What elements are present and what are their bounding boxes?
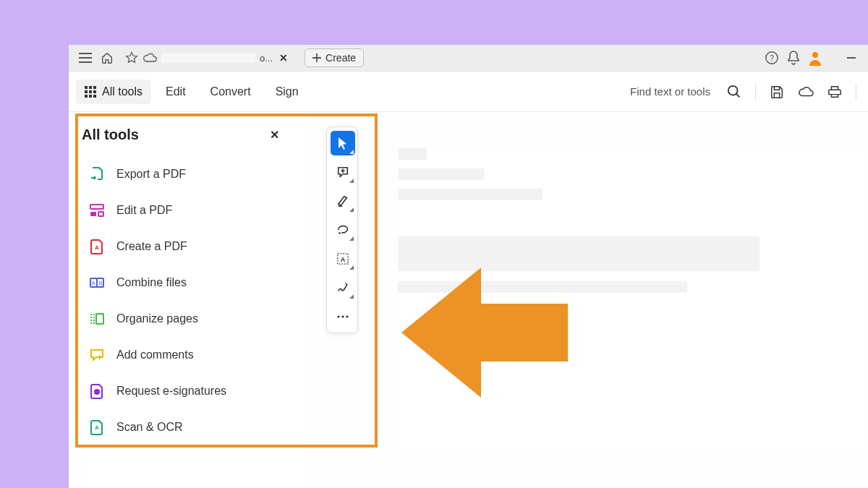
print-icon[interactable]: [822, 80, 847, 104]
svg-text:A: A: [95, 244, 99, 251]
divider: [856, 83, 856, 100]
all-tools-panel-title: All tools: [82, 127, 139, 143]
menu-convert[interactable]: Convert: [200, 80, 261, 104]
tool-label: Request e-signatures: [116, 385, 226, 398]
svg-point-13: [94, 389, 100, 395]
tool-label: Add comments: [116, 348, 194, 361]
all-tools-button[interactable]: All tools: [76, 80, 151, 104]
esign-icon: [89, 383, 105, 399]
svg-point-20: [346, 315, 348, 317]
create-button[interactable]: Create: [305, 48, 364, 67]
svg-text:A: A: [341, 256, 346, 263]
hamburger-menu-icon[interactable]: [75, 47, 96, 69]
tool-label: Scan & OCR: [116, 421, 183, 434]
titlebar: o... ✕ Create ?: [69, 45, 868, 72]
tool-list: Export a PDF Edit a PDF A Create a PDF A…: [82, 158, 298, 479]
svg-point-19: [341, 315, 344, 317]
svg-rect-4: [90, 205, 103, 209]
cursor-icon: [337, 137, 349, 150]
save-icon[interactable]: [765, 80, 789, 104]
search-placeholder-text[interactable]: Find text or tools: [630, 85, 710, 98]
tool-organize-pages[interactable]: Organize pages: [82, 302, 294, 335]
home-icon[interactable]: [96, 47, 118, 69]
highlight-tool[interactable]: [331, 189, 355, 213]
svg-text:B: B: [99, 281, 103, 286]
export-pdf-icon: [89, 166, 105, 182]
svg-rect-6: [98, 212, 103, 216]
close-panel-icon[interactable]: ✕: [264, 125, 285, 145]
add-note-tool[interactable]: [331, 160, 355, 184]
annotation-arrow-icon: [401, 260, 575, 405]
star-icon[interactable]: [125, 51, 138, 64]
text-box-icon: A: [336, 252, 349, 265]
svg-point-18: [337, 315, 339, 317]
quick-tool-strip: A: [326, 127, 358, 333]
tab-title-truncated: o...: [260, 53, 273, 64]
tool-add-comments[interactable]: Add comments: [82, 338, 294, 372]
lasso-icon: [336, 224, 349, 236]
all-tools-panel: All tools ✕ Export a PDF Edit a PDF A Cr…: [69, 112, 304, 488]
tool-combine-files[interactable]: AB Combine files: [82, 266, 294, 299]
more-icon: [336, 314, 349, 319]
svg-rect-5: [90, 212, 96, 216]
tool-scan-ocr[interactable]: A Scan & OCR: [82, 411, 294, 444]
tool-label: Export a PDF: [116, 168, 186, 181]
divider: [755, 83, 756, 100]
doc-placeholder-line: [398, 189, 542, 200]
plus-icon: [312, 53, 321, 62]
svg-point-3: [728, 85, 738, 95]
cursor-tool[interactable]: [331, 131, 355, 155]
tool-export-pdf[interactable]: Export a PDF: [82, 158, 294, 191]
tool-create-pdf[interactable]: A Create a PDF: [82, 230, 294, 263]
svg-text:A: A: [92, 281, 95, 286]
menu-edit[interactable]: Edit: [156, 80, 196, 104]
bell-icon[interactable]: [783, 47, 804, 69]
more-tools[interactable]: [331, 304, 355, 329]
combine-icon: AB: [89, 275, 105, 291]
comment-icon: [89, 347, 105, 363]
organize-icon: [89, 311, 105, 327]
menubar: All tools Edit Convert Sign Find text or…: [69, 72, 868, 112]
svg-text:A: A: [95, 424, 99, 431]
tool-request-esignatures[interactable]: Request e-signatures: [82, 374, 294, 408]
minimize-icon[interactable]: [841, 47, 862, 69]
all-tools-label: All tools: [102, 85, 142, 98]
tool-edit-pdf[interactable]: Edit a PDF: [82, 194, 294, 227]
draw-sign-tool[interactable]: [331, 275, 355, 300]
scan-ocr-icon: A: [89, 419, 105, 435]
highlight-icon: [336, 194, 349, 207]
tool-label: Organize pages: [116, 312, 198, 325]
profile-avatar[interactable]: [804, 47, 826, 69]
tool-label: Create a PDF: [116, 240, 187, 253]
menu-sign[interactable]: Sign: [265, 80, 309, 104]
svg-point-2: [812, 52, 818, 58]
create-button-label: Create: [326, 52, 356, 64]
tool-label: Combine files: [116, 276, 187, 289]
lasso-tool[interactable]: [331, 218, 355, 242]
search-icon[interactable]: [722, 80, 746, 104]
edit-pdf-icon: [89, 202, 105, 218]
grid-icon: [85, 86, 96, 98]
tab-title-placeholder: [161, 53, 255, 63]
doc-placeholder-line: [398, 148, 427, 160]
svg-rect-12: [96, 314, 103, 324]
svg-text:?: ?: [770, 53, 774, 62]
create-pdf-icon: A: [89, 239, 105, 254]
document-tab[interactable]: o... ✕: [121, 47, 294, 69]
cloud-sync-icon[interactable]: [793, 80, 818, 104]
tool-label: Edit a PDF: [116, 204, 172, 217]
doc-placeholder-line: [398, 168, 485, 180]
close-tab-icon[interactable]: ✕: [277, 52, 290, 64]
text-box-tool[interactable]: A: [331, 247, 355, 271]
draw-sign-icon: [336, 281, 349, 294]
help-icon[interactable]: ?: [761, 47, 783, 69]
add-note-icon: [336, 166, 349, 179]
svg-point-15: [339, 232, 341, 234]
cloud-icon: [142, 53, 157, 63]
